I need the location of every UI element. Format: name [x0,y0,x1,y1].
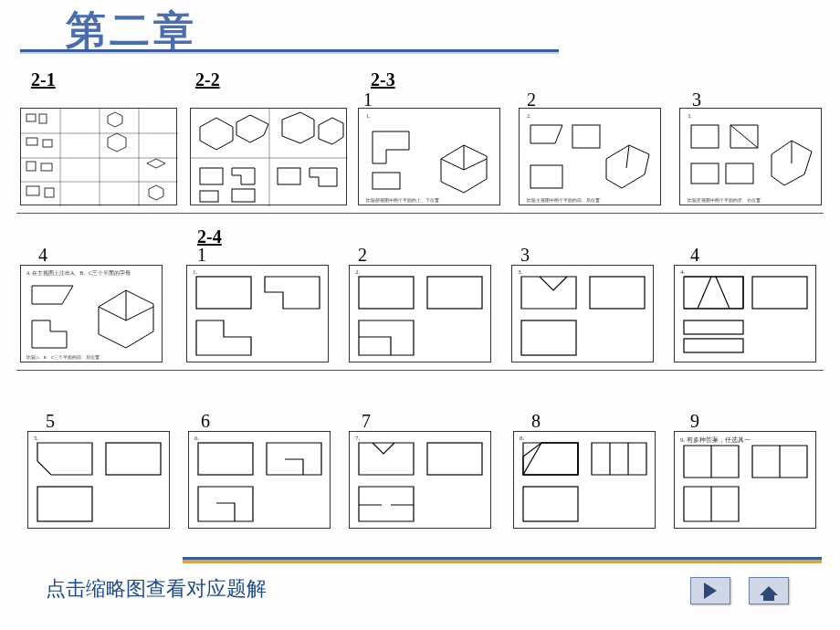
svg-rect-6 [26,114,36,121]
svg-rect-40 [521,320,576,355]
svg-rect-12 [26,186,39,195]
svg-text:8.: 8. [520,435,525,442]
divider-2 [16,370,824,371]
thumb-2-4-6[interactable]: 6. [188,431,331,529]
svg-rect-16 [200,168,223,184]
svg-rect-11 [41,163,52,171]
svg-rect-39 [590,277,645,309]
svg-text:2.: 2. [527,113,531,119]
diagram-icon: 5. [28,432,171,530]
diagram-icon: 8. [514,432,656,530]
diagram-icon: 7. [350,432,492,530]
thumb-2-4-4[interactable]: 4. [674,265,816,362]
svg-rect-42 [752,277,807,309]
svg-rect-51 [427,443,482,475]
svg-rect-13 [45,188,54,197]
link-2-2[interactable]: 2-2 [195,69,220,90]
svg-rect-36 [359,277,414,309]
svg-rect-44 [684,339,743,352]
svg-rect-47 [37,487,92,521]
svg-text:4. 在主视图上注出A、B、C三个平面的字母: 4. 在主视图上注出A、B、C三个平面的字母 [26,269,131,276]
label-r2p-2: 2 [358,245,367,266]
diagram-icon: 3. [512,266,655,363]
link-2-1[interactable]: 2-1 [31,69,56,90]
label-r2p-3: 3 [520,245,530,266]
instruction-text: 点击缩略图查看对应题解 [46,575,267,603]
svg-rect-19 [232,189,255,202]
label-r3-5: 5 [46,411,55,432]
diagram-icon: 2. 比较主视图中两个平面的前、后位置 [520,109,662,206]
svg-rect-24 [530,165,562,188]
label-r3-7: 7 [362,411,371,432]
svg-rect-53 [523,487,578,521]
thumb-2-4-5[interactable]: 5. [27,431,170,529]
thumb-2-4-2[interactable]: 2. [349,265,491,362]
svg-rect-17 [278,168,300,184]
svg-text:比较A、B、C三个平面的前、后位置: 比较A、B、C三个平面的前、后位置 [26,354,100,360]
thumb-2-3-1[interactable]: 1. 比较俯视图中两个平面的上、下位置 [358,108,500,205]
label-r3-6: 6 [201,411,210,432]
diagram-icon: 9. 有多种答案，任选其一 [675,432,817,530]
label-r2p-1: 1 [197,245,206,266]
thumb-2-4-9[interactable]: 9. 有多种答案，任选其一 [674,431,816,529]
thumb-9-caption: 9. 有多种答案，任选其一 [680,436,751,444]
svg-rect-28 [691,163,719,184]
svg-rect-8 [26,138,37,145]
thumb-2-3-2[interactable]: 2. 比较主视图中两个平面的前、后位置 [519,108,661,205]
link-2-3[interactable]: 2-3 [371,69,395,90]
svg-rect-10 [26,162,36,171]
thumb-2-4-1[interactable]: 1. [186,265,329,362]
label-r3-8: 8 [531,411,541,432]
svg-text:3.: 3. [688,113,692,119]
svg-text:比较左视图中两个平面的左、右位置: 比较左视图中两个平面的左、右位置 [688,197,761,203]
svg-text:2.: 2. [355,268,361,276]
thumb-2-4-7[interactable]: 7. [349,431,491,529]
label-r2p-4: 4 [690,245,699,266]
title-underline [20,49,559,52]
svg-text:1.: 1. [193,268,198,276]
svg-text:7.: 7. [355,435,361,442]
home-button[interactable] [749,577,789,604]
next-button[interactable] [690,577,730,604]
svg-rect-23 [572,125,600,148]
home-icon [760,586,778,595]
diagram-icon: 4. [675,266,817,363]
svg-rect-7 [39,114,47,123]
diagram-icon: 1. [187,266,330,363]
svg-text:5.: 5. [34,435,39,442]
svg-rect-20 [373,173,400,189]
svg-rect-34 [196,277,251,309]
svg-text:6.: 6. [194,435,200,442]
diagram-icon [21,109,178,206]
svg-text:3.: 3. [518,268,523,276]
divider-1 [16,213,824,214]
thumb-2-4-3[interactable]: 3. [511,265,654,362]
thumb-2-4-8[interactable]: 8. [513,431,656,529]
svg-rect-46 [106,443,161,475]
svg-text:4.: 4. [680,268,686,276]
svg-rect-18 [200,191,218,202]
diagram-icon: 4. 在主视图上注出A、B、C三个平面的字母 比较A、B、C三个平面的前、后位置 [21,266,163,363]
diagram-icon: 6. [189,432,331,530]
thumb-2-3-3[interactable]: 3. 比较左视图中两个平面的左、右位置 [679,108,822,205]
svg-rect-9 [43,140,52,147]
svg-rect-27 [691,125,719,148]
diagram-icon [191,109,348,206]
svg-text:1.: 1. [366,113,371,119]
diagram-icon: 2. [350,266,492,363]
svg-text:比较主视图中两个平面的前、后位置: 比较主视图中两个平面的前、后位置 [527,197,600,203]
svg-rect-29 [726,163,753,184]
diagram-icon: 1. 比较俯视图中两个平面的上、下位置 [359,109,501,206]
play-icon [704,583,717,599]
footer-divider [183,560,822,563]
svg-rect-49 [198,443,253,475]
diagram-icon: 3. 比较左视图中两个平面的左、右位置 [680,109,823,206]
thumb-2-3-4[interactable]: 4. 在主视图上注出A、B、C三个平面的字母 比较A、B、C三个平面的前、后位置 [20,265,163,362]
label-r2-4: 4 [38,245,47,266]
thumb-2-1[interactable] [20,108,177,205]
svg-rect-37 [427,277,482,309]
thumb-2-2[interactable] [190,108,347,205]
svg-rect-43 [684,320,743,334]
svg-text:比较俯视图中两个平面的上、下位置: 比较俯视图中两个平面的上、下位置 [366,197,439,203]
label-r3-9: 9 [690,411,699,432]
